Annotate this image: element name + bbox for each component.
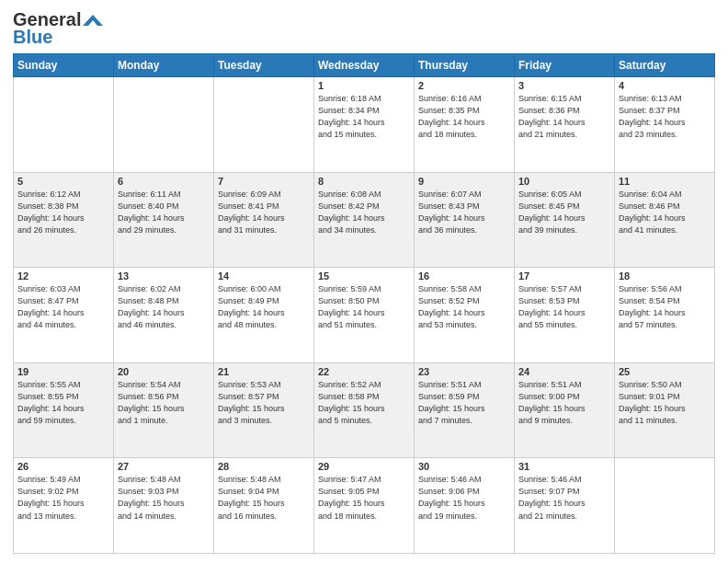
day-number: 20 [118,366,210,377]
calendar-cell: 13Sunrise: 6:02 AM Sunset: 8:48 PM Dayli… [114,268,214,363]
calendar-cell [114,77,214,173]
calendar-week-row: 1Sunrise: 6:18 AM Sunset: 8:34 PM Daylig… [14,77,715,173]
day-info: Sunrise: 6:18 AM Sunset: 8:34 PM Dayligh… [318,93,410,141]
day-info: Sunrise: 6:16 AM Sunset: 8:35 PM Dayligh… [418,93,510,141]
calendar-cell: 15Sunrise: 5:59 AM Sunset: 8:50 PM Dayli… [314,268,415,363]
day-info: Sunrise: 6:13 AM Sunset: 8:37 PM Dayligh… [619,93,711,141]
calendar-cell [615,458,715,554]
day-header-friday: Friday [515,54,615,77]
calendar-cell [14,77,114,173]
day-info: Sunrise: 5:51 AM Sunset: 8:59 PM Dayligh… [418,379,510,427]
day-number: 3 [518,80,610,91]
day-number: 31 [518,461,610,472]
day-info: Sunrise: 5:46 AM Sunset: 9:07 PM Dayligh… [518,474,610,522]
calendar-cell: 5Sunrise: 6:12 AM Sunset: 8:38 PM Daylig… [14,172,114,268]
calendar-cell: 12Sunrise: 6:03 AM Sunset: 8:47 PM Dayli… [14,268,114,363]
day-number: 21 [218,366,310,377]
calendar-cell: 1Sunrise: 6:18 AM Sunset: 8:34 PM Daylig… [314,77,415,173]
day-info: Sunrise: 6:04 AM Sunset: 8:46 PM Dayligh… [619,189,711,236]
day-info: Sunrise: 5:55 AM Sunset: 8:55 PM Dayligh… [17,379,109,427]
day-number: 30 [418,461,510,472]
day-info: Sunrise: 5:59 AM Sunset: 8:50 PM Dayligh… [318,283,410,331]
logo: General Blue [13,9,103,48]
calendar-cell: 27Sunrise: 5:48 AM Sunset: 9:03 PM Dayli… [114,458,214,554]
svg-marker-0 [83,15,103,26]
day-number: 4 [619,80,711,91]
day-header-wednesday: Wednesday [314,54,415,77]
day-info: Sunrise: 5:48 AM Sunset: 9:04 PM Dayligh… [218,474,310,522]
day-info: Sunrise: 5:57 AM Sunset: 8:53 PM Dayligh… [518,283,610,331]
day-info: Sunrise: 6:15 AM Sunset: 8:36 PM Dayligh… [518,93,610,141]
calendar-cell: 20Sunrise: 5:54 AM Sunset: 8:56 PM Dayli… [114,362,214,458]
header: General Blue [13,9,715,48]
calendar-cell: 29Sunrise: 5:47 AM Sunset: 9:05 PM Dayli… [314,458,415,554]
day-info: Sunrise: 6:00 AM Sunset: 8:49 PM Dayligh… [218,283,310,331]
day-number: 16 [418,270,510,282]
calendar-cell: 21Sunrise: 5:53 AM Sunset: 8:57 PM Dayli… [214,362,314,458]
page: General Blue SundayMondayTuesdayWednesda… [0,0,728,563]
day-number: 13 [118,270,210,282]
day-number: 27 [118,461,210,472]
calendar-cell: 23Sunrise: 5:51 AM Sunset: 8:59 PM Dayli… [415,362,515,458]
calendar-week-row: 26Sunrise: 5:49 AM Sunset: 9:02 PM Dayli… [14,458,715,554]
day-header-sunday: Sunday [14,54,114,77]
calendar-cell: 18Sunrise: 5:56 AM Sunset: 8:54 PM Dayli… [615,268,715,363]
day-number: 2 [418,80,510,91]
calendar-cell: 3Sunrise: 6:15 AM Sunset: 8:36 PM Daylig… [515,77,615,173]
day-header-saturday: Saturday [615,54,715,77]
calendar-table: SundayMondayTuesdayWednesdayThursdayFrid… [13,53,715,554]
calendar-cell: 25Sunrise: 5:50 AM Sunset: 9:01 PM Dayli… [615,362,715,458]
calendar-cell: 14Sunrise: 6:00 AM Sunset: 8:49 PM Dayli… [214,268,314,363]
day-number: 8 [318,176,410,187]
day-number: 23 [418,366,510,377]
day-info: Sunrise: 6:12 AM Sunset: 8:38 PM Dayligh… [17,189,109,236]
calendar-cell: 17Sunrise: 5:57 AM Sunset: 8:53 PM Dayli… [515,268,615,363]
day-number: 12 [17,270,109,282]
calendar-cell: 10Sunrise: 6:05 AM Sunset: 8:45 PM Dayli… [515,172,615,268]
calendar-cell: 8Sunrise: 6:08 AM Sunset: 8:42 PM Daylig… [314,172,415,268]
day-info: Sunrise: 6:03 AM Sunset: 8:47 PM Dayligh… [17,283,109,331]
day-number: 9 [418,176,510,187]
day-number: 10 [518,176,610,187]
day-info: Sunrise: 5:51 AM Sunset: 9:00 PM Dayligh… [518,379,610,427]
day-number: 7 [218,176,310,187]
calendar-cell: 19Sunrise: 5:55 AM Sunset: 8:55 PM Dayli… [14,362,114,458]
day-info: Sunrise: 6:09 AM Sunset: 8:41 PM Dayligh… [218,189,310,236]
day-info: Sunrise: 6:05 AM Sunset: 8:45 PM Dayligh… [518,189,610,236]
calendar-cell: 6Sunrise: 6:11 AM Sunset: 8:40 PM Daylig… [114,172,214,268]
day-number: 14 [218,270,310,282]
day-header-monday: Monday [114,54,214,77]
day-info: Sunrise: 6:11 AM Sunset: 8:40 PM Dayligh… [118,189,210,236]
day-info: Sunrise: 5:49 AM Sunset: 9:02 PM Dayligh… [17,474,109,522]
day-info: Sunrise: 5:52 AM Sunset: 8:58 PM Dayligh… [318,379,410,427]
calendar-cell: 2Sunrise: 6:16 AM Sunset: 8:35 PM Daylig… [415,77,515,173]
day-info: Sunrise: 5:54 AM Sunset: 8:56 PM Dayligh… [118,379,210,427]
calendar-cell: 4Sunrise: 6:13 AM Sunset: 8:37 PM Daylig… [615,77,715,173]
day-header-tuesday: Tuesday [214,54,314,77]
day-number: 18 [619,270,711,282]
calendar-week-row: 19Sunrise: 5:55 AM Sunset: 8:55 PM Dayli… [14,362,715,458]
day-number: 29 [318,461,410,472]
day-number: 24 [518,366,610,377]
day-number: 22 [318,366,410,377]
day-info: Sunrise: 6:02 AM Sunset: 8:48 PM Dayligh… [118,283,210,331]
day-info: Sunrise: 6:07 AM Sunset: 8:43 PM Dayligh… [418,189,510,236]
day-number: 5 [17,176,109,187]
day-info: Sunrise: 5:46 AM Sunset: 9:06 PM Dayligh… [418,474,510,522]
calendar-cell: 22Sunrise: 5:52 AM Sunset: 8:58 PM Dayli… [314,362,415,458]
logo-icon [83,13,103,28]
day-number: 1 [318,80,410,91]
day-number: 25 [619,366,711,377]
day-info: Sunrise: 5:47 AM Sunset: 9:05 PM Dayligh… [318,474,410,522]
calendar-cell: 28Sunrise: 5:48 AM Sunset: 9:04 PM Dayli… [214,458,314,554]
logo-blue: Blue [13,27,52,48]
day-info: Sunrise: 5:50 AM Sunset: 9:01 PM Dayligh… [619,379,711,427]
day-number: 26 [17,461,109,472]
day-info: Sunrise: 5:48 AM Sunset: 9:03 PM Dayligh… [118,474,210,522]
calendar-cell: 26Sunrise: 5:49 AM Sunset: 9:02 PM Dayli… [14,458,114,554]
day-number: 28 [218,461,310,472]
day-header-thursday: Thursday [415,54,515,77]
calendar-cell: 11Sunrise: 6:04 AM Sunset: 8:46 PM Dayli… [615,172,715,268]
day-number: 11 [619,176,711,187]
calendar-cell: 9Sunrise: 6:07 AM Sunset: 8:43 PM Daylig… [415,172,515,268]
